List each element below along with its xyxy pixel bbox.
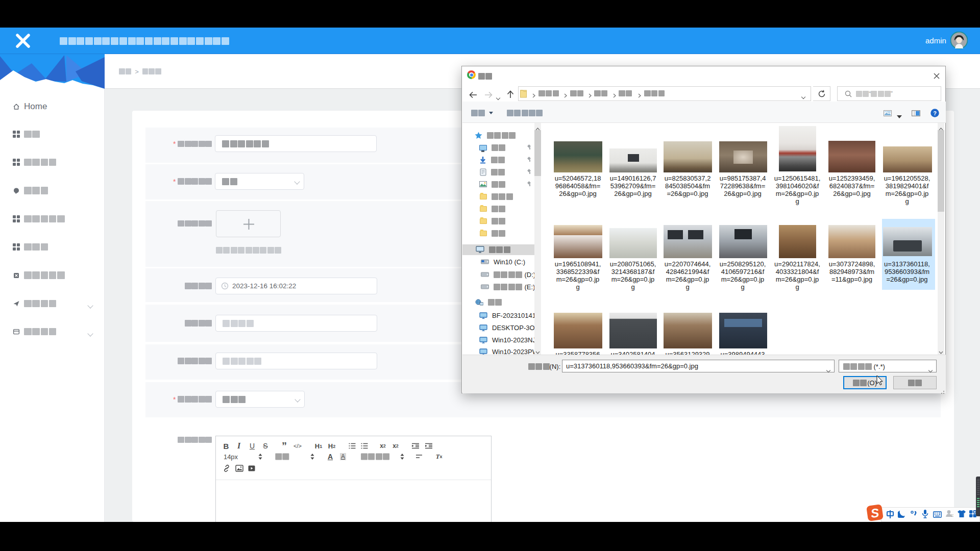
svg-text:?: ?	[933, 110, 937, 116]
svg-text:11: 11	[951, 514, 953, 517]
